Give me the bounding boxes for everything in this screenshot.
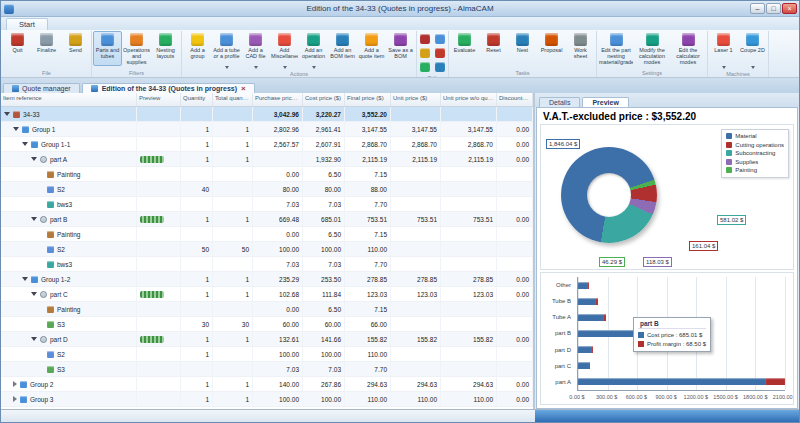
tab-preview[interactable]: Preview	[582, 97, 628, 107]
column-header[interactable]: Quantity	[181, 93, 213, 106]
cell-item-reference: S3	[1, 362, 137, 376]
table-row[interactable]: Painting0.006.507.15	[1, 227, 533, 242]
table-row[interactable]: part C11102.68111.84123.03123.03123.030.…	[1, 287, 533, 302]
table-row[interactable]: S21100.00100.00110.00	[1, 347, 533, 362]
quote-manager-label: Quote manager	[22, 85, 71, 92]
column-header[interactable]: Purchase price ($)	[253, 93, 303, 106]
proposal-button[interactable]: Proposal	[537, 31, 566, 66]
modify-calculation-modes-button[interactable]: Modify the calculation modes	[634, 31, 670, 66]
cell-unit-price: 123.03	[391, 287, 441, 301]
delete-button[interactable]	[433, 47, 447, 59]
column-header[interactable]: Unit price ($)	[391, 93, 441, 106]
table-row[interactable]: Group 1112,802.962,961.413,147.553,147.5…	[1, 122, 533, 137]
expand-toggle-icon[interactable]	[22, 277, 28, 281]
ribbon-button-label: Add Miscellaneous	[271, 47, 298, 65]
cell-total-quantity	[213, 107, 253, 121]
table-row[interactable]: Painting0.006.507.15	[1, 167, 533, 182]
table-row[interactable]: part D11132.61141.66155.82155.82155.820.…	[1, 332, 533, 347]
edit-calculator-modes-button[interactable]: Edit the calculator modes	[670, 31, 706, 66]
add-bom-item-icon	[336, 33, 349, 46]
column-header[interactable]: Item reference	[1, 93, 137, 106]
titlebar[interactable]: Edition of the 34-33 (Quotes in progress…	[1, 1, 799, 17]
work-sheet-button[interactable]: Work sheet	[566, 31, 595, 66]
edit-part-nesting-button[interactable]: Edit the part nesting material/grade/mac…	[598, 31, 634, 66]
add-miscellaneous-icon	[278, 33, 291, 46]
save-as-bom-button[interactable]: Save as a BOM	[386, 31, 415, 66]
tab-quote-manager[interactable]: Quote manager	[3, 83, 80, 93]
expand-toggle-icon[interactable]	[31, 292, 37, 296]
undo-button[interactable]	[418, 61, 432, 73]
quit-button[interactable]: Quit	[3, 31, 32, 66]
expand-toggle-icon[interactable]	[31, 157, 37, 161]
table-row[interactable]: S25050100.00100.00110.00	[1, 242, 533, 257]
expand-toggle-icon[interactable]	[31, 337, 37, 341]
tab-active-document[interactable]: Edition of the 34-33 (Quotes in progress…	[82, 83, 255, 93]
redo-button[interactable]	[433, 61, 447, 73]
nesting-layouts-button[interactable]: Nesting layouts	[151, 31, 180, 66]
paste-button[interactable]	[418, 47, 432, 59]
cell-quantity: 1	[181, 377, 213, 391]
add-group-button[interactable]: Add a group	[183, 31, 212, 66]
table-row[interactable]: bws37.037.037.70	[1, 257, 533, 272]
cell-total-quantity: 1	[213, 272, 253, 286]
column-header[interactable]: Total quantity	[213, 93, 253, 106]
column-header[interactable]: Cost price ($)	[303, 93, 345, 106]
cell-cost-price: 60.00	[303, 317, 345, 331]
item-reference-label: bws3	[57, 261, 72, 268]
table-row[interactable]: 34-333,042.963,220.273,552.20	[1, 107, 533, 122]
expand-toggle-icon[interactable]	[13, 127, 19, 131]
cut-button[interactable]	[418, 33, 432, 45]
expand-toggle-icon[interactable]	[13, 381, 17, 387]
column-header[interactable]: Unit price w/o quote hidden costs ...	[441, 93, 497, 106]
cell-cost-price: 2,607.91	[303, 137, 345, 151]
expand-toggle-icon[interactable]	[13, 396, 17, 402]
expand-toggle-icon[interactable]	[22, 142, 28, 146]
parts-and-tubes-button[interactable]: Parts and tubes	[93, 31, 122, 66]
column-header[interactable]: Final price ($)	[345, 93, 391, 106]
bar-axis-ticks: 0.00 $300.00 $600.00 $900.00 $1200.00 $1…	[577, 393, 785, 403]
column-header[interactable]: Discount (%)	[497, 93, 533, 106]
laser-machine-button[interactable]: Laser 1	[709, 31, 738, 70]
table-row[interactable]: S37.037.037.70	[1, 362, 533, 377]
tab-details[interactable]: Details	[539, 97, 580, 107]
table-row[interactable]: part B11669.48685.01753.51753.51753.510.…	[1, 212, 533, 227]
operations-supplies-button[interactable]: Operations and supplies	[122, 31, 151, 66]
table-row[interactable]: bws37.037.037.70	[1, 197, 533, 212]
table-row[interactable]: S3303060.0060.0066.00	[1, 317, 533, 332]
cell-unit-price-wo-hidden	[441, 257, 497, 271]
coupe-2d-button[interactable]: Coupe 2D	[738, 31, 767, 70]
finalize-button[interactable]: Finalize	[32, 31, 61, 66]
evaluate-button[interactable]: Evaluate	[450, 31, 479, 66]
add-tube-profile-button[interactable]: Add a tube or a profile	[212, 31, 241, 70]
cell-purchase-price: 102.68	[253, 287, 303, 301]
expand-toggle-icon[interactable]	[31, 217, 37, 221]
table-row[interactable]: Painting0.006.507.15	[1, 302, 533, 317]
minimize-button[interactable]: –	[750, 3, 765, 14]
table-row[interactable]: Group 311100.00100.00110.00110.00110.000…	[1, 392, 533, 407]
cell-purchase-price: 2,567.57	[253, 137, 303, 151]
nest-button[interactable]: Nest	[508, 31, 537, 66]
close-tab-icon[interactable]: ×	[241, 85, 246, 92]
close-button[interactable]: ×	[782, 3, 797, 14]
add-miscellaneous-button[interactable]: Add Miscellaneous	[270, 31, 299, 70]
table-row[interactable]: part A111,932.902,115.192,115.192,115.19…	[1, 152, 533, 167]
add-operation-button[interactable]: Add an operation	[299, 31, 328, 70]
donut-value-label: 161.04 $	[689, 241, 718, 251]
copy-button[interactable]	[433, 33, 447, 45]
cell-unit-price-wo-hidden: 294.63	[441, 377, 497, 391]
add-quote-item-button[interactable]: Add a quote item	[357, 31, 386, 66]
tab-start[interactable]: Start	[6, 18, 48, 30]
column-header[interactable]: Preview	[137, 93, 181, 106]
maximize-button[interactable]: □	[766, 3, 781, 14]
table-row[interactable]: Group 1-211235.29253.50278.85278.85278.8…	[1, 272, 533, 287]
table-row[interactable]: S24080.0080.0088.00	[1, 182, 533, 197]
add-bom-item-button[interactable]: Add an BOM item	[328, 31, 357, 66]
cell-purchase-price: 3,042.96	[253, 107, 303, 121]
send-button[interactable]: Send	[61, 31, 90, 66]
table-row[interactable]: Group 211140.00267.86294.63294.63294.630…	[1, 377, 533, 392]
table-row[interactable]: Group 1-1112,567.572,607.912,868.702,868…	[1, 137, 533, 152]
add-cad-file-button[interactable]: Add a CAD file	[241, 31, 270, 70]
reset-button[interactable]: Reset	[479, 31, 508, 66]
cost-price-bar	[578, 298, 596, 305]
expand-toggle-icon[interactable]	[4, 112, 10, 116]
